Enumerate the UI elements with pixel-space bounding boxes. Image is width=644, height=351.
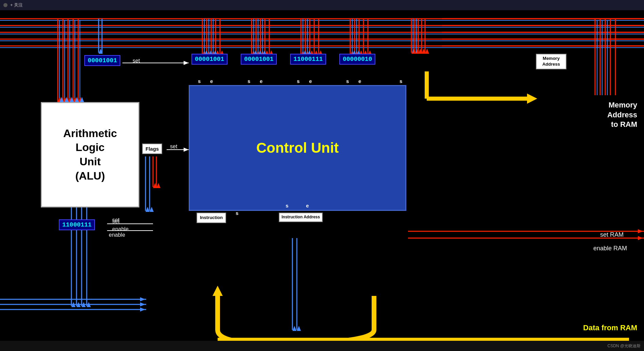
svg-marker-139 (82, 302, 86, 307)
e-marker-r4: e (358, 78, 361, 84)
alu-box: Arithmetic Logic Unit (ALU) (41, 102, 139, 207)
svg-marker-24 (78, 97, 82, 102)
register-r1: 00001001 (191, 54, 227, 65)
instruction-address-box: Instruction Address (279, 213, 323, 222)
s-marker-r4: s (346, 78, 349, 84)
register-r3: 11000111 (290, 54, 326, 65)
svg-marker-175 (292, 326, 296, 331)
svg-marker-140 (87, 302, 91, 307)
bottom-bar: CSDN @光晓迪斯 (0, 341, 644, 351)
svg-marker-25 (60, 97, 64, 102)
watermark: CSDN @光晓迪斯 (607, 343, 641, 349)
e-marker-r1: e (210, 78, 213, 84)
svg-marker-103 (422, 49, 426, 54)
register-top-alu: 00001001 (84, 55, 120, 66)
svg-marker-27 (70, 97, 74, 102)
control-unit-label: Control Unit (256, 140, 339, 156)
set-ram-label: set RAM (600, 231, 624, 238)
e-marker-r3: e (309, 78, 312, 84)
svg-marker-104 (425, 49, 429, 54)
s-marker-mem: s (400, 78, 402, 84)
svg-marker-165 (140, 302, 145, 306)
register-bottom: 11000111 (59, 219, 95, 230)
svg-marker-22 (68, 97, 72, 102)
svg-marker-137 (71, 302, 75, 307)
svg-marker-176 (297, 326, 301, 331)
set-label-flags: set (170, 144, 177, 150)
set-label-top: set (133, 58, 140, 64)
enable-label-bottom: enable (112, 226, 129, 232)
control-unit-box: Control Unit (189, 85, 406, 211)
svg-marker-101 (415, 49, 419, 54)
top-bar-title: + 关注 (10, 2, 23, 8)
svg-marker-124 (184, 148, 189, 152)
instruction-box: Instruction (197, 213, 226, 223)
alu-label: Arithmetic Logic Unit (ALU) (63, 127, 117, 183)
svg-marker-102 (418, 49, 422, 54)
s-marker-instruction: s (236, 210, 238, 216)
svg-marker-131 (150, 207, 154, 212)
svg-marker-32 (99, 49, 103, 54)
svg-marker-159 (638, 236, 643, 240)
window-dot (3, 3, 7, 7)
memory-address-box: Memory Address (536, 54, 566, 69)
svg-marker-21 (63, 97, 67, 102)
svg-marker-122 (527, 94, 537, 104)
svg-marker-23 (73, 97, 77, 102)
svg-marker-28 (75, 97, 79, 102)
top-bar: + 关注 (0, 0, 644, 10)
svg-marker-26 (65, 97, 69, 102)
svg-marker-29 (80, 97, 84, 102)
svg-marker-128 (156, 183, 160, 188)
svg-text:enable: enable (109, 232, 125, 238)
data-from-ram-label: Data from RAM (583, 323, 637, 332)
svg-marker-127 (153, 183, 157, 188)
e-marker-r2: e (260, 78, 262, 84)
svg-marker-164 (140, 297, 145, 301)
svg-marker-138 (77, 302, 81, 307)
set-label-bottom: set (112, 218, 119, 224)
e-marker-instr-addr: e (306, 203, 309, 208)
s-marker-r3: s (297, 78, 300, 84)
flags-box: Flags (142, 144, 162, 154)
svg-marker-34 (184, 61, 189, 65)
enable-ram-label: enable RAM (593, 245, 627, 252)
svg-marker-158 (638, 229, 643, 233)
s-marker-r1: s (198, 78, 201, 84)
svg-marker-20 (58, 97, 62, 102)
s-marker-instr-addr: s (286, 203, 288, 208)
register-r2: 00001001 (241, 54, 277, 65)
memory-address-to-ram-label: Memory Address to RAM (607, 100, 637, 130)
register-r4: 00000010 (339, 54, 375, 65)
svg-marker-155 (213, 286, 223, 296)
s-marker-r2: s (248, 78, 250, 84)
svg-marker-100 (411, 49, 416, 54)
svg-marker-132 (146, 207, 150, 212)
svg-marker-166 (140, 307, 145, 312)
